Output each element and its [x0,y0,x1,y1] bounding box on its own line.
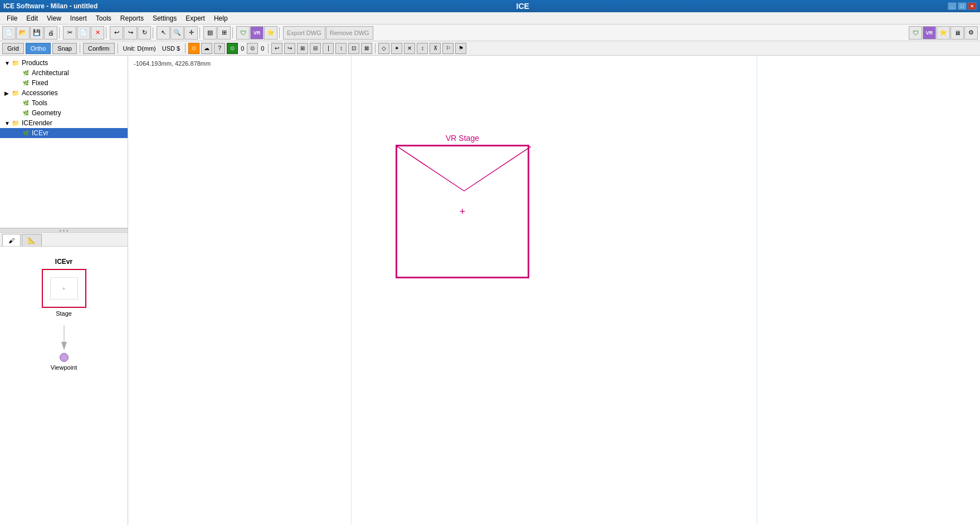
indicator-btn-4[interactable]: ⊙ [227,43,238,54]
delete-button[interactable]: ✕ [91,26,104,40]
left-panel: ▼ 📁 Products 🌿 Architectural 🌿 Fixed ▶ 📁 [0,56,128,525]
undo-sm-btn[interactable]: ↩ [271,43,282,54]
menu-expert[interactable]: Expert [181,13,209,23]
currency-label: USD $ [160,45,182,52]
tree-item-icevr[interactable]: 🌿 ICEvr [0,128,128,138]
refresh-button[interactable]: ↻ [138,26,151,40]
snap-sm-btn[interactable]: ⊞ [297,43,308,54]
settings-icon-right[interactable]: ⚙ [964,26,978,40]
menu-reports[interactable]: Reports [116,13,148,23]
menu-bar: File Edit View Insert Tools Reports Sett… [0,12,980,24]
toolbar-sep-4 [199,27,202,38]
export-dwg-button[interactable]: Export DWG [283,26,325,40]
zoom-button[interactable]: 🔍 [170,26,184,40]
tab-ruler[interactable]: 📐 [22,234,42,246]
snap-button[interactable]: Snap [52,43,77,54]
vr-center-cross: + [460,206,466,218]
tree-item-fixed[interactable]: 🌿 Fixed [0,78,128,88]
table-button[interactable]: ⊞ [217,26,231,40]
coord-display: -1064.193mm, 4226.878mm [134,60,211,67]
shield-icon-right[interactable]: 🛡 [909,26,922,40]
confirm-button[interactable]: Confirm [83,43,115,54]
close-button[interactable]: × [968,2,977,10]
title-bar: ICE Software - Milan - untitled ICE _ □ … [0,0,980,12]
box2-sm-btn[interactable]: ⊠ [361,43,372,54]
tree-label-fixed: Fixed [32,79,48,87]
grid-view-button[interactable]: ▤ [203,26,217,40]
tree-item-geometry[interactable]: 🌿 Geometry [0,108,128,118]
tree-item-accessories[interactable]: ▶ 📁 Accessories [0,88,128,98]
menu-view[interactable]: View [42,13,66,23]
new-button[interactable]: 📄 [2,26,16,40]
redo-sm-btn[interactable]: ↪ [284,43,295,54]
shield-button[interactable]: 🛡 [236,26,250,40]
star-icon-right[interactable]: ⭐ [937,26,950,40]
tree-item-architectural[interactable]: 🌿 Architectural [0,68,128,78]
minimize-button[interactable]: _ [948,2,957,10]
main-layout: ▼ 📁 Products 🌿 Architectural 🌿 Fixed ▶ 📁 [0,56,980,525]
updown-btn[interactable]: ↕ [417,43,428,54]
indicator-btn-1[interactable]: ⊙ [188,43,199,54]
open-button[interactable]: 📂 [16,26,30,40]
snap-label: Snap [57,45,72,52]
remove-dwg-label: Remove DWG [330,30,369,36]
indicator-btn-5[interactable]: ⊙ [247,43,258,54]
tri-btn[interactable]: ⊼ [430,43,441,54]
vr-icon-right[interactable]: VR [923,26,936,40]
tree-label-accessories: Accessories [22,89,58,97]
select-button[interactable]: ↖ [157,26,170,40]
menu-file[interactable]: File [2,13,22,23]
flag-btn[interactable]: ⚐ [442,43,454,54]
panel-resize-handle[interactable]: • • • [0,228,128,233]
check-btn[interactable]: ✦ [391,43,402,54]
save-button[interactable]: 💾 [30,26,43,40]
canvas-area[interactable]: -1064.193mm, 4226.878mm VR Stage + [128,56,980,525]
cross-btn[interactable]: ✕ [404,43,415,54]
cut-button[interactable]: ✂ [63,26,76,40]
leaf-icon-geometry: 🌿 [21,109,30,117]
menu-settings[interactable]: Settings [148,13,181,23]
menu-insert[interactable]: Insert [66,13,91,23]
box-sm-btn[interactable]: ⊡ [348,43,359,54]
indicator-btn-3[interactable]: ? [214,43,225,54]
action-bar: Grid Ortho Snap Confirm Unit: D(mm) USD … [0,41,980,56]
menu-edit[interactable]: Edit [22,13,42,23]
preview-item-title: ICEvr [55,258,72,266]
tree-item-products[interactable]: ▼ 📁 Products [0,58,128,68]
grid-button[interactable]: Grid [2,43,24,54]
undo-button[interactable]: ↩ [110,26,123,40]
svg-line-3 [464,146,531,191]
new-file-button[interactable]: 📄 [77,26,90,40]
toolbar-sep-5 [232,27,235,38]
diamond-btn[interactable]: ◇ [378,43,389,54]
menu-tools[interactable]: Tools [91,13,116,23]
arr-btn[interactable]: ↕ [335,43,347,54]
tree-label-icevr: ICEvr [32,129,48,137]
vr-button[interactable]: VR [250,26,264,40]
ruler-icon: 📐 [28,237,36,244]
remove-dwg-button[interactable]: Remove DWG [326,26,373,40]
preview-area: ICEvr + Stage Viewpoint [0,247,128,525]
star-button[interactable]: ⭐ [264,26,277,40]
tree-item-icerender[interactable]: ▼ 📁 ICErender [0,118,128,128]
viewpoint-circle [60,353,69,362]
preview-stage-box[interactable]: + [42,269,86,308]
flag2-btn[interactable]: ⚑ [455,43,466,54]
maximize-button[interactable]: □ [958,2,967,10]
print-button[interactable]: 🖨 [44,26,57,40]
redo-button[interactable]: ↪ [124,26,137,40]
menu-help[interactable]: Help [209,13,232,23]
toolbar-sep-2 [106,27,108,38]
svg-marker-1 [61,342,67,350]
tree-item-tools[interactable]: 🌿 Tools [0,98,128,108]
vline-btn[interactable]: | [323,43,334,54]
confirm-label: Confirm [88,45,110,52]
ortho-button[interactable]: Ortho [26,43,51,54]
tab-brush[interactable]: 🖌 [2,234,21,246]
grid-sm-btn[interactable]: ⊟ [310,43,321,54]
indicator-btn-2[interactable]: ☁ [201,43,212,54]
pan-button[interactable]: ✛ [184,26,198,40]
viewpoint-label: Viewpoint [51,364,77,371]
folder-icon-products: 📁 [11,59,20,67]
monitor-icon-right[interactable]: 🖥 [950,26,964,40]
